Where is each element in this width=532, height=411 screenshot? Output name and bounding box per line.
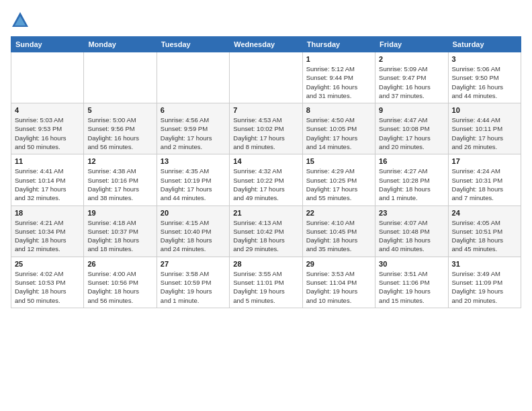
calendar-cell: 1Sunrise: 5:12 AMSunset: 9:44 PMDaylight… [302,52,375,103]
column-header-tuesday: Tuesday [157,37,229,52]
day-number: 17 [452,157,517,165]
calendar-cell: 4Sunrise: 5:03 AMSunset: 9:53 PMDaylight… [11,103,84,154]
calendar-cell [230,52,302,103]
day-info: Sunrise: 4:02 AMSunset: 10:53 PMDaylight… [15,269,80,305]
day-info: Sunrise: 4:24 AMSunset: 10:31 PMDaylight… [452,167,517,202]
calendar-cell: 9Sunrise: 4:47 AMSunset: 10:08 PMDayligh… [375,103,448,154]
calendar-cell: 30Sunrise: 3:51 AMSunset: 11:06 PMDaylig… [375,257,448,308]
calendar-cell: 15Sunrise: 4:29 AMSunset: 10:25 PMDaylig… [302,154,375,205]
calendar-cell: 22Sunrise: 4:10 AMSunset: 10:45 PMDaylig… [302,205,375,257]
calendar-cell: 8Sunrise: 4:50 AMSunset: 10:05 PMDayligh… [302,103,375,154]
calendar-cell: 3Sunrise: 5:06 AMSunset: 9:50 PMDaylight… [448,52,521,103]
calendar-cell [84,52,157,103]
column-header-saturday: Saturday [448,37,521,52]
calendar-cell: 14Sunrise: 4:32 AMSunset: 10:22 PMDaylig… [230,154,302,205]
page-header [11,11,521,30]
day-number: 28 [233,260,298,268]
day-info: Sunrise: 3:55 AMSunset: 11:01 PMDaylight… [233,269,298,305]
day-info: Sunrise: 3:58 AMSunset: 10:59 PMDaylight… [161,269,226,305]
calendar-cell: 27Sunrise: 3:58 AMSunset: 10:59 PMDaylig… [157,257,229,308]
day-info: Sunrise: 5:12 AMSunset: 9:44 PMDaylight:… [306,64,371,100]
column-header-friday: Friday [375,37,448,52]
day-number: 24 [452,209,517,217]
day-info: Sunrise: 4:50 AMSunset: 10:05 PMDaylight… [306,116,371,151]
day-number: 23 [379,209,444,217]
day-info: Sunrise: 4:29 AMSunset: 10:25 PMDaylight… [306,167,371,202]
calendar-cell: 16Sunrise: 4:27 AMSunset: 10:28 PMDaylig… [375,154,448,205]
calendar-cell: 13Sunrise: 4:35 AMSunset: 10:19 PMDaylig… [157,154,229,205]
calendar-week-row: 4Sunrise: 5:03 AMSunset: 9:53 PMDaylight… [11,103,521,154]
calendar-cell: 17Sunrise: 4:24 AMSunset: 10:31 PMDaylig… [448,154,521,205]
day-number: 9 [379,106,444,114]
calendar-cell: 23Sunrise: 4:07 AMSunset: 10:48 PMDaylig… [375,205,448,257]
calendar-cell: 6Sunrise: 4:56 AMSunset: 9:59 PMDaylight… [157,103,229,154]
day-info: Sunrise: 4:21 AMSunset: 10:34 PMDaylight… [15,218,80,254]
day-number: 25 [15,260,80,268]
day-info: Sunrise: 4:07 AMSunset: 10:48 PMDaylight… [379,218,444,254]
day-info: Sunrise: 4:53 AMSunset: 10:02 PMDaylight… [233,116,298,151]
day-number: 31 [452,260,517,268]
calendar-cell: 11Sunrise: 4:41 AMSunset: 10:14 PMDaylig… [11,154,84,205]
day-info: Sunrise: 4:10 AMSunset: 10:45 PMDaylight… [306,218,371,254]
calendar-cell: 2Sunrise: 5:09 AMSunset: 9:47 PMDaylight… [375,52,448,103]
calendar-cell: 21Sunrise: 4:13 AMSunset: 10:42 PMDaylig… [230,205,302,257]
day-number: 22 [306,209,371,217]
day-number: 7 [233,106,298,114]
day-number: 27 [161,260,226,268]
column-header-wednesday: Wednesday [230,37,302,52]
calendar-cell: 12Sunrise: 4:38 AMSunset: 10:16 PMDaylig… [84,154,157,205]
calendar-cell: 5Sunrise: 5:00 AMSunset: 9:56 PMDaylight… [84,103,157,154]
day-info: Sunrise: 4:56 AMSunset: 9:59 PMDaylight:… [161,116,226,151]
day-number: 19 [87,209,152,217]
day-info: Sunrise: 5:09 AMSunset: 9:47 PMDaylight:… [379,64,444,100]
day-info: Sunrise: 4:32 AMSunset: 10:22 PMDaylight… [233,167,298,202]
logo [11,11,31,30]
calendar-week-row: 25Sunrise: 4:02 AMSunset: 10:53 PMDaylig… [11,257,521,308]
day-info: Sunrise: 5:03 AMSunset: 9:53 PMDaylight:… [15,116,80,151]
day-info: Sunrise: 4:35 AMSunset: 10:19 PMDaylight… [161,167,226,202]
logo-icon [11,11,30,30]
day-number: 1 [306,55,371,63]
day-number: 15 [306,157,371,165]
column-header-sunday: Sunday [11,37,84,52]
calendar-cell: 18Sunrise: 4:21 AMSunset: 10:34 PMDaylig… [11,205,84,257]
calendar-table: SundayMondayTuesdayWednesdayThursdayFrid… [11,36,521,308]
day-number: 5 [87,106,152,114]
calendar-cell: 10Sunrise: 4:44 AMSunset: 10:11 PMDaylig… [448,103,521,154]
calendar-cell: 26Sunrise: 4:00 AMSunset: 10:56 PMDaylig… [84,257,157,308]
day-number: 4 [15,106,80,114]
calendar-cell: 29Sunrise: 3:53 AMSunset: 11:04 PMDaylig… [302,257,375,308]
calendar-cell: 24Sunrise: 4:05 AMSunset: 10:51 PMDaylig… [448,205,521,257]
day-number: 16 [379,157,444,165]
calendar-header-row: SundayMondayTuesdayWednesdayThursdayFrid… [11,37,521,52]
day-info: Sunrise: 4:27 AMSunset: 10:28 PMDaylight… [379,167,444,202]
day-info: Sunrise: 5:06 AMSunset: 9:50 PMDaylight:… [452,64,517,100]
day-info: Sunrise: 3:53 AMSunset: 11:04 PMDaylight… [306,269,371,305]
calendar-cell: 31Sunrise: 3:49 AMSunset: 11:09 PMDaylig… [448,257,521,308]
day-number: 18 [15,209,80,217]
day-info: Sunrise: 3:49 AMSunset: 11:09 PMDaylight… [452,269,517,305]
day-number: 26 [87,260,152,268]
calendar-cell: 7Sunrise: 4:53 AMSunset: 10:02 PMDayligh… [230,103,302,154]
day-info: Sunrise: 3:51 AMSunset: 11:06 PMDaylight… [379,269,444,305]
day-info: Sunrise: 5:00 AMSunset: 9:56 PMDaylight:… [87,116,152,151]
day-number: 2 [379,55,444,63]
day-number: 14 [233,157,298,165]
calendar-cell [157,52,229,103]
column-header-thursday: Thursday [302,37,375,52]
calendar-cell: 19Sunrise: 4:18 AMSunset: 10:37 PMDaylig… [84,205,157,257]
calendar-cell [11,52,84,103]
calendar-cell: 28Sunrise: 3:55 AMSunset: 11:01 PMDaylig… [230,257,302,308]
day-info: Sunrise: 4:47 AMSunset: 10:08 PMDaylight… [379,116,444,151]
day-number: 30 [379,260,444,268]
day-number: 20 [161,209,226,217]
day-number: 10 [452,106,517,114]
day-info: Sunrise: 4:13 AMSunset: 10:42 PMDaylight… [233,218,298,254]
day-number: 11 [15,157,80,165]
day-info: Sunrise: 4:05 AMSunset: 10:51 PMDaylight… [452,218,517,254]
day-info: Sunrise: 4:00 AMSunset: 10:56 PMDaylight… [87,269,152,305]
column-header-monday: Monday [84,37,157,52]
day-number: 13 [161,157,226,165]
calendar-week-row: 11Sunrise: 4:41 AMSunset: 10:14 PMDaylig… [11,154,521,205]
day-number: 3 [452,55,517,63]
